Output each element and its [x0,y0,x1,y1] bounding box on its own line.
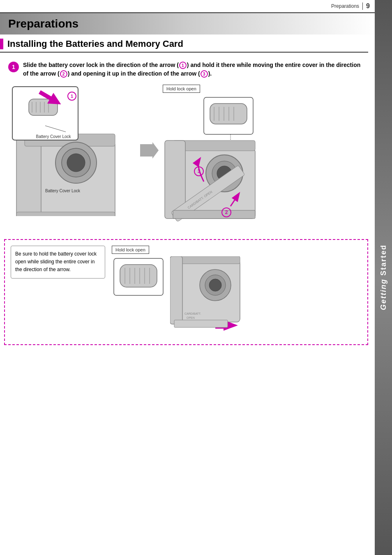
svg-rect-46 [120,265,157,287]
callout-illus-row: CARD/BATT. OPEN [112,256,244,339]
main-content: Preparations 9 Preparations Installing t… [0,0,375,345]
callout-text-box: Be sure to hold the battery cover lock o… [11,246,105,279]
step-1-container: 1 Slide the battery cover lock in the di… [0,57,375,235]
svg-text:CARD/BATT.: CARD/BATT. [184,312,201,315]
camera-right-svg: CARD/BATT. OPEN 3 2 [163,95,290,223]
callout-lock-svg [112,256,165,297]
circle-2: 2 [60,70,67,78]
hold-lock-open-label-bottom: Hold lock open [112,246,149,254]
hold-lock-open-callout-label: Hold lock open [112,246,149,254]
svg-point-5 [67,154,85,172]
svg-text:1: 1 [71,94,73,99]
hold-lock-open-callout: Hold lock open [163,85,367,93]
sidebar-label: Getting Started [379,244,388,310]
arrow-right-svg [140,142,159,159]
camera-left-svg: CARD/BATT. OPEN [8,85,131,216]
callout-box: Be sure to hold the battery cover lock o… [4,239,368,345]
callout-illustrations: Hold lock open [112,246,362,339]
page-number: 9 [362,2,370,10]
svg-marker-23 [140,142,159,159]
step-1-number: 1 [8,62,19,72]
svg-text:OPEN: OPEN [187,316,195,319]
callout-camera-svg: CARD/BATT. OPEN [170,256,244,339]
illus-left: CARD/BATT. OPEN [8,85,136,218]
circle-3: 3 [201,70,208,78]
preparations-heading: Preparations [8,17,367,30]
svg-rect-40 [173,210,255,219]
battery-cover-lock-label: Battery Cover Lock [45,189,80,193]
section-header-text: Preparations [331,3,359,9]
illus-right: Hold lock open [163,85,367,224]
svg-rect-55 [170,256,182,324]
section-heading-bar [0,39,3,49]
hold-lock-open-label-top: Hold lock open [163,85,200,93]
svg-text:Battery Cover Lock: Battery Cover Lock [36,134,71,139]
section-title: Installing the Batteries and Memory Card [7,39,183,49]
page-header: Preparations 9 [0,0,375,13]
circle-1: 1 [179,62,187,69]
step-1-text: Slide the battery cover lock in the dire… [23,61,367,78]
callout-text: Be sure to hold the battery cover lock o… [15,251,97,272]
preparations-title-banner: Preparations [0,13,375,35]
step-1-header: 1 Slide the battery cover lock in the di… [8,61,367,78]
svg-rect-54 [174,256,240,264]
svg-text:2: 2 [225,210,228,215]
sidebar: Getting Started [375,0,392,555]
arrow-between [139,142,159,159]
svg-point-58 [209,279,221,291]
illustrations-row: CARD/BATT. OPEN [8,85,367,231]
section-heading: Installing the Batteries and Memory Card [0,39,368,53]
svg-rect-63 [174,320,228,327]
svg-rect-6 [16,212,115,216]
